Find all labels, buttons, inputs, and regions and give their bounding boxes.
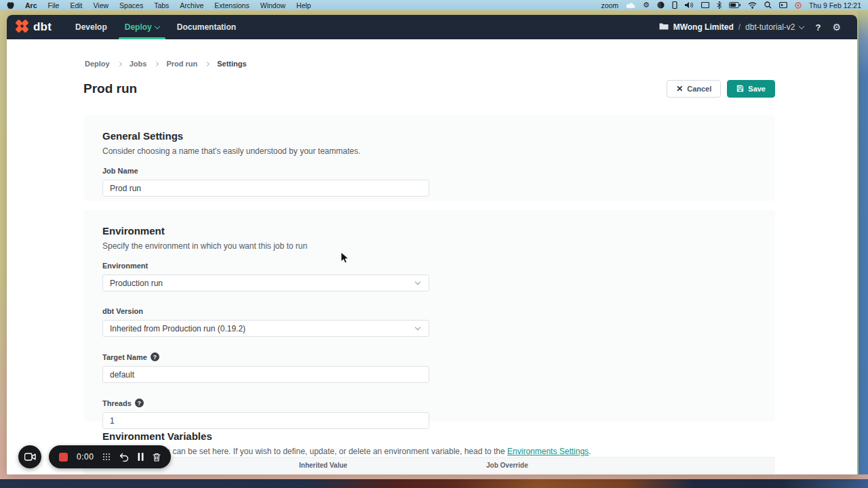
help-icon[interactable]: ? (810, 22, 826, 33)
display-icon[interactable] (701, 2, 709, 9)
dbt-version-select[interactable]: Inherited from Production run (0.19.2) (102, 320, 429, 337)
menu-help[interactable]: Help (296, 1, 311, 9)
desktop-wallpaper-left (0, 10, 7, 479)
environments-settings-link[interactable]: Environments Settings (507, 447, 589, 456)
environment-variables-section: Environment Variables Job level override… (83, 430, 775, 456)
nav-deploy[interactable]: Deploy (116, 15, 168, 39)
threads-label: Threads ? (102, 399, 756, 407)
help-circle-icon[interactable]: ? (151, 352, 159, 361)
environment-heading: Environment (102, 225, 756, 237)
menu-archive[interactable]: Archive (180, 1, 203, 9)
breadcrumb-settings[interactable]: Settings (217, 60, 246, 68)
dbt-logo-icon (15, 19, 29, 36)
apple-menu-icon[interactable] (7, 1, 14, 9)
menu-spaces[interactable]: Spaces (119, 1, 143, 9)
environment-card: Environment Specify the environment in w… (83, 210, 775, 422)
menu-window[interactable]: Window (260, 1, 285, 9)
record-status-icon[interactable] (795, 2, 802, 9)
volume-icon[interactable] (685, 1, 694, 9)
macos-menubar: Arc File Edit View Spaces Tabs Archive E… (0, 0, 868, 10)
recording-timer: 0:00 (77, 452, 94, 462)
search-icon[interactable] (764, 1, 772, 9)
menu-tabs[interactable]: Tabs (154, 1, 169, 9)
folder-icon (659, 22, 669, 32)
main-nav: Develop Deploy Documentation (66, 15, 245, 39)
column-inherited-value: Inherited Value (299, 462, 347, 469)
save-button[interactable]: Save (727, 80, 775, 98)
chevron-right-icon (117, 61, 122, 66)
browser-window: dbt Develop Deploy Documentation MWong L… (7, 15, 857, 474)
menu-extensions[interactable]: Extensions (214, 1, 249, 9)
battery-icon[interactable] (729, 2, 741, 8)
job-name-label: Job Name (102, 167, 756, 175)
chevron-right-icon (154, 61, 159, 66)
menubar-clock[interactable]: Thu 9 Feb 12:21 (809, 1, 861, 9)
target-name-label: Target Name ? (102, 352, 756, 361)
general-settings-heading: General Settings (102, 130, 756, 142)
video-camera-icon (24, 453, 36, 461)
dbt-logo-text: dbt (33, 20, 52, 34)
recording-toolbar: 0:00 (49, 445, 171, 468)
chevron-down-icon (415, 279, 420, 285)
restart-recording-icon[interactable] (119, 453, 129, 462)
chevron-down-icon (799, 23, 804, 28)
desktop-wallpaper-top (0, 10, 868, 15)
gear-icon[interactable]: ⚙ (832, 22, 841, 33)
cloud-icon[interactable] (626, 2, 635, 8)
job-name-input[interactable] (102, 180, 429, 197)
breadcrumb-jobs[interactable]: Jobs (130, 60, 147, 68)
chevron-down-icon (415, 325, 420, 330)
breadcrumb-prod-run[interactable]: Prod run (166, 60, 197, 68)
camera-bubble-button[interactable] (18, 445, 41, 468)
account-project-switcher[interactable]: MWong Limited / dbt-tutorial-v2 (659, 22, 804, 32)
env-vars-table-header: Inherited Value Job Override (83, 457, 775, 474)
chevron-down-icon (154, 23, 159, 28)
account-slash: / (738, 22, 741, 32)
nav-documentation[interactable]: Documentation (168, 15, 245, 39)
dbt-app-header: dbt Develop Deploy Documentation MWong L… (7, 15, 857, 39)
desktop-wallpaper-bottom-edge (0, 474, 868, 479)
control-center-icon[interactable] (779, 2, 787, 9)
desktop-wallpaper-bottom (0, 479, 868, 488)
dbt-version-label: dbt Version (102, 307, 756, 315)
bluetooth-icon[interactable] (717, 1, 722, 9)
delete-recording-icon[interactable] (153, 453, 161, 462)
threads-input[interactable] (102, 412, 429, 429)
breadcrumb-deploy[interactable]: Deploy (85, 60, 110, 68)
help-circle-icon[interactable]: ? (135, 399, 144, 407)
general-settings-card: General Settings Consider choosing a nam… (83, 115, 775, 201)
general-settings-description: Consider choosing a name that's easily u… (102, 146, 756, 156)
menu-file[interactable]: File (48, 1, 60, 9)
project-name: dbt-tutorial-v2 (745, 22, 795, 32)
target-name-input[interactable] (102, 366, 429, 383)
environment-description: Specify the environment in which you wan… (102, 241, 756, 251)
account-name: MWong Limited (673, 22, 734, 32)
column-job-override: Job Override (486, 462, 528, 469)
environment-variables-heading: Environment Variables (102, 430, 756, 442)
drag-handle-icon[interactable] (102, 453, 111, 461)
menubar-zoom-app[interactable]: zoom (601, 1, 618, 9)
do-not-disturb-icon[interactable] (657, 1, 665, 9)
cancel-button[interactable]: ✕ Cancel (667, 80, 721, 98)
dbt-logo[interactable]: dbt (15, 19, 52, 36)
breadcrumb: Deploy Jobs Prod run Settings (85, 60, 247, 68)
page-content: Deploy Jobs Prod run Settings Prod run ✕… (7, 39, 857, 474)
keystroke-icon[interactable] (672, 1, 677, 9)
chevron-right-icon (205, 61, 210, 66)
menu-view[interactable]: View (94, 1, 109, 9)
page-title: Prod run (83, 81, 137, 96)
gear-status-icon[interactable]: ⚙ (643, 1, 650, 9)
desktop-wallpaper-right (857, 10, 868, 479)
menubar-app-name[interactable]: Arc (25, 1, 37, 9)
nav-develop[interactable]: Develop (66, 15, 116, 39)
stop-record-button[interactable] (59, 453, 68, 462)
menu-edit[interactable]: Edit (70, 1, 82, 9)
environment-select[interactable]: Production run (102, 274, 429, 291)
environment-select-label: Environment (102, 262, 756, 270)
wifi-icon[interactable] (748, 2, 757, 9)
save-disk-icon (736, 85, 744, 94)
close-icon: ✕ (676, 85, 683, 93)
pause-recording-icon[interactable] (138, 453, 144, 461)
